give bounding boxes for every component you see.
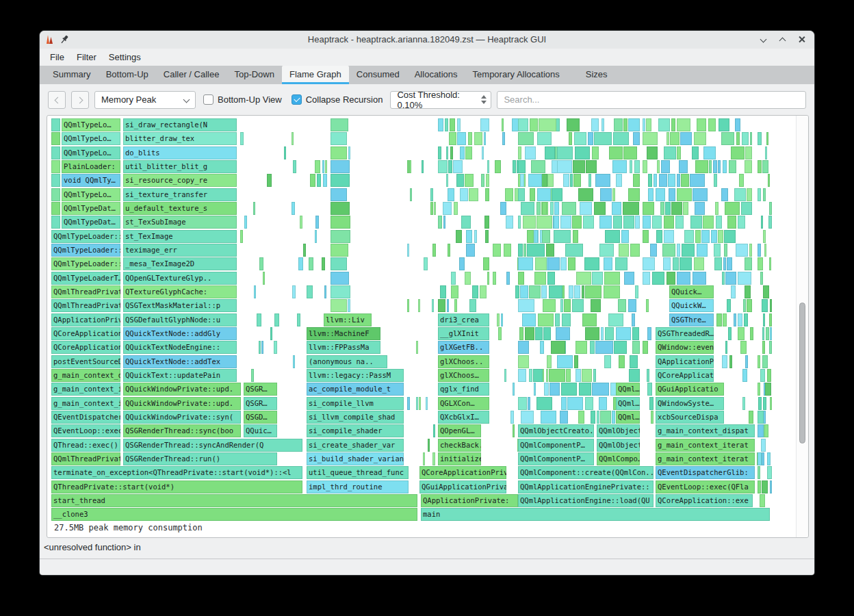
flame-cell-fragment[interactable] bbox=[619, 244, 629, 257]
flame-cell-fragment[interactable] bbox=[497, 313, 500, 326]
flame-cell[interactable]: ac_compile_module_t bbox=[307, 383, 404, 396]
flame-cell-fragment[interactable] bbox=[482, 146, 484, 159]
flame-cell-fragment[interactable] bbox=[648, 188, 654, 201]
flame-cell-fragment[interactable] bbox=[541, 285, 547, 298]
flame-cell-fragment[interactable] bbox=[648, 174, 652, 187]
flame-cell-fragment[interactable] bbox=[419, 397, 421, 410]
flame-cell[interactable]: QCoreApplicati bbox=[656, 369, 714, 382]
flame-cell-fragment[interactable] bbox=[742, 132, 749, 145]
flame-cell-fragment[interactable] bbox=[424, 257, 428, 270]
flame-cell[interactable]: QQml… bbox=[616, 397, 640, 410]
flame-cell-fragment[interactable] bbox=[518, 272, 524, 285]
flame-cell-fragment[interactable] bbox=[613, 216, 622, 229]
flame-cell-fragment[interactable] bbox=[472, 285, 478, 298]
flame-cell-fragment[interactable] bbox=[679, 160, 688, 173]
flame-cell-fragment[interactable] bbox=[682, 244, 695, 257]
flame-cell[interactable]: g_main_context_d: bbox=[51, 369, 120, 382]
flame-cell-fragment[interactable] bbox=[513, 424, 515, 437]
flame-cell-fragment[interactable] bbox=[331, 216, 350, 229]
flame-cell-fragment[interactable] bbox=[690, 216, 702, 229]
flame-cell-fragment[interactable] bbox=[542, 230, 550, 243]
flame-cell-fragment[interactable] bbox=[254, 285, 256, 298]
flame-cell[interactable]: glXGetFB.. bbox=[438, 341, 489, 354]
flame-cell-fragment[interactable] bbox=[573, 230, 578, 243]
flame-cell[interactable]: QEventLoop::exec(QFla bbox=[656, 480, 755, 493]
flame-cell-fragment[interactable] bbox=[762, 480, 768, 493]
flame-cell-fragment[interactable] bbox=[669, 188, 675, 201]
flame-cell-fragment[interactable] bbox=[557, 160, 572, 173]
flame-cell-fragment[interactable] bbox=[578, 188, 593, 201]
flame-cell-fragment[interactable] bbox=[697, 244, 708, 257]
flame-cell-fragment[interactable] bbox=[745, 257, 752, 270]
flame-cell-fragment[interactable] bbox=[554, 216, 559, 229]
flame-cell-fragment[interactable] bbox=[677, 174, 680, 187]
flame-cell-fragment[interactable] bbox=[671, 202, 682, 215]
flame-cell[interactable]: si_llvm_compile_shad bbox=[307, 411, 404, 424]
flame-cell-fragment[interactable] bbox=[643, 160, 647, 173]
flame-cell-fragment[interactable] bbox=[628, 299, 636, 312]
flame-cell-fragment[interactable] bbox=[474, 132, 482, 145]
flame-cell[interactable]: void QQmlTy… bbox=[62, 174, 120, 187]
flame-cell-fragment[interactable] bbox=[543, 299, 556, 312]
flame-cell-fragment[interactable] bbox=[284, 146, 286, 159]
flame-cell-fragment[interactable] bbox=[591, 299, 601, 312]
flame-cell-fragment[interactable] bbox=[572, 216, 582, 229]
flame-cell[interactable]: checkBack.. bbox=[438, 439, 481, 452]
flame-cell-fragment[interactable] bbox=[616, 174, 622, 187]
flame-cell-fragment[interactable] bbox=[527, 244, 545, 257]
flame-cell-fragment[interactable] bbox=[259, 257, 263, 270]
flame-cell-fragment[interactable] bbox=[634, 160, 640, 173]
flame-cell-fragment[interactable] bbox=[591, 411, 595, 424]
flame-cell-fragment[interactable] bbox=[750, 132, 752, 145]
flame-cell-fragment[interactable] bbox=[315, 230, 317, 243]
flame-cell-fragment[interactable] bbox=[649, 397, 654, 410]
flame-cell-fragment[interactable] bbox=[745, 146, 752, 159]
flame-cell-fragment[interactable] bbox=[348, 146, 350, 159]
flame-cell-fragment[interactable] bbox=[536, 397, 552, 410]
flame-cell-fragment[interactable] bbox=[575, 369, 581, 382]
flame-cell-fragment[interactable] bbox=[315, 160, 320, 173]
flame-cell-fragment[interactable] bbox=[331, 285, 350, 298]
tab-summary[interactable]: Summary bbox=[45, 66, 99, 84]
flame-cell-fragment[interactable] bbox=[416, 341, 418, 354]
flame-cell[interactable]: glXChoos.. bbox=[438, 355, 489, 368]
flame-cell-fragment[interactable] bbox=[575, 341, 587, 354]
flame-cell-fragment[interactable] bbox=[331, 272, 349, 285]
flame-cell-fragment[interactable] bbox=[749, 411, 753, 424]
flame-cell-fragment[interactable] bbox=[547, 174, 554, 187]
flame-cell-fragment[interactable] bbox=[485, 230, 489, 243]
flame-cell-fragment[interactable] bbox=[300, 216, 302, 229]
flame-cell-fragment[interactable] bbox=[331, 188, 347, 201]
flame-cell-fragment[interactable] bbox=[438, 146, 441, 159]
flame-cell-fragment[interactable] bbox=[410, 188, 412, 201]
flame-cell[interactable]: QQmlObject… bbox=[597, 424, 640, 437]
flame-cell-fragment[interactable] bbox=[448, 244, 450, 257]
flame-cell[interactable]: QWindowSyste… bbox=[656, 397, 724, 410]
flame-cell[interactable]: QQuickW… bbox=[669, 299, 714, 312]
flame-cell-fragment[interactable] bbox=[630, 244, 640, 257]
flame-cell-fragment[interactable] bbox=[670, 132, 680, 145]
search-input[interactable] bbox=[497, 91, 806, 109]
flame-cell-fragment[interactable] bbox=[563, 174, 569, 187]
flame-cell-fragment[interactable] bbox=[545, 146, 555, 159]
flame-cell-fragment[interactable] bbox=[619, 355, 625, 368]
flame-cell-fragment[interactable] bbox=[766, 132, 768, 145]
flame-cell-fragment[interactable] bbox=[709, 160, 712, 173]
collapse-recursion-checkbox[interactable] bbox=[292, 94, 302, 105]
flame-cell[interactable]: llvm::MachineF bbox=[307, 327, 380, 340]
flame-cell-fragment[interactable] bbox=[540, 341, 544, 354]
flame-cell-fragment[interactable] bbox=[647, 383, 652, 396]
flame-cell-fragment[interactable] bbox=[407, 397, 410, 410]
flame-cell[interactable]: QQuickWindowPrivate::upd. bbox=[123, 397, 241, 410]
flame-cell-fragment[interactable] bbox=[565, 244, 583, 257]
flame-cell-fragment[interactable] bbox=[693, 272, 706, 285]
flame-cell-fragment[interactable] bbox=[244, 216, 247, 229]
flame-cell[interactable]: si_create_shader_var bbox=[307, 439, 404, 452]
flame-cell[interactable]: QEventDispatcherGlib: bbox=[656, 466, 755, 479]
flame-cell-fragment[interactable] bbox=[716, 216, 722, 229]
flame-cell[interactable] bbox=[51, 118, 60, 131]
flame-cell[interactable]: g_main_context_it bbox=[51, 397, 120, 410]
flame-cell-fragment[interactable] bbox=[762, 327, 764, 340]
flame-cell-fragment[interactable] bbox=[599, 397, 607, 410]
flame-cell-fragment[interactable] bbox=[485, 188, 489, 201]
